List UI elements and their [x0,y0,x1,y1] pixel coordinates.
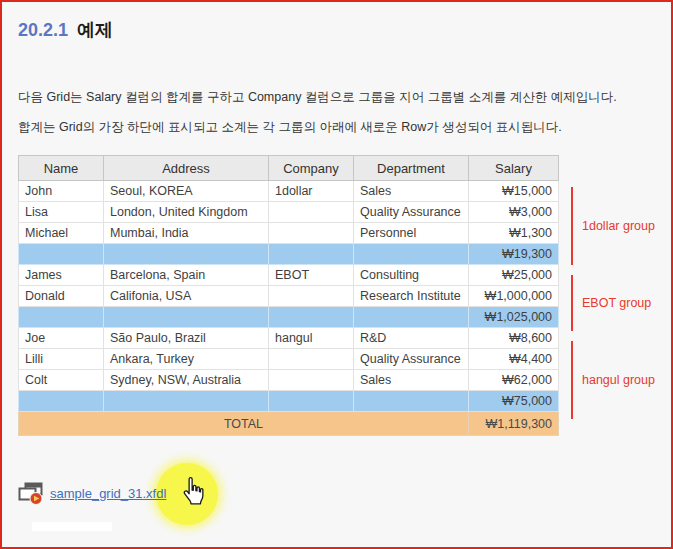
grid-cell [269,349,354,370]
column-header-department: Department [354,156,469,181]
grid-cell: Lisa [19,202,104,223]
grid-cell: Seoul, KOREA [104,181,269,202]
grid-header: NameAddressCompanyDepartmentSalary [19,156,559,181]
grid-cell: R&D [354,328,469,349]
grid-cell: ₩19,300 [469,244,559,265]
column-header-name: Name [19,156,104,181]
grid-cell [354,391,469,412]
group-bracket-1: 1dollar group [569,182,673,270]
group-bracket-3: hangul group [569,336,673,424]
grid-cell: ₩4,400 [469,349,559,370]
grid-cell: Donald [19,286,104,307]
subtotal-row: ₩75,000 [19,391,559,412]
table-row: DonaldCalifonia, USAResearch Institute₩1… [19,286,559,307]
table-row: MichaelMumbai, IndiaPersonnel₩1,300 [19,223,559,244]
grid-cell: ₩3,000 [469,202,559,223]
grid-cell: Mumbai, India [104,223,269,244]
grid-cell: Quality Assurance [354,349,469,370]
grid-cell: ₩1,000,000 [469,286,559,307]
group-annotations: 1dollar groupEBOT grouphangul group [569,182,673,436]
grid-cell: ₩62,000 [469,370,559,391]
grid-cell [269,202,354,223]
bracket-line [571,187,573,265]
grid-cell: ₩25,000 [469,265,559,286]
description: 다음 Grid는 Salary 컬럼의 합계를 구하고 Company 컬럼으로… [18,82,671,142]
column-header-company: Company [269,156,354,181]
sample-file-link[interactable]: sample_grid_31.xfdl [50,486,166,501]
grid-cell [354,307,469,328]
grid-cell: London, United Kingdom [104,202,269,223]
grid-cell: Sydney, NSW, Australia [104,370,269,391]
grid-cell: Califonia, USA [104,286,269,307]
grid-cell: Sales [354,181,469,202]
grid-cell: ₩15,000 [469,181,559,202]
grid-cell: ₩75,000 [469,391,559,412]
table-row: JohnSeoul, KOREA1dollarSales₩15,000 [19,181,559,202]
subtotal-row: ₩19,300 [19,244,559,265]
grid-cell [354,244,469,265]
column-header-salary: Salary [469,156,559,181]
grid-cell [269,307,354,328]
table-row: LilliAnkara, TurkeyQuality Assurance₩4,4… [19,349,559,370]
grid-cell [104,307,269,328]
section-title: 예제 [77,20,113,40]
grid-cell [269,286,354,307]
description-line-2: 합계는 Grid의 가장 하단에 표시되고 소계는 각 그룹의 아래에 새로운 … [18,112,671,142]
grid-cell: John [19,181,104,202]
grid-cell: ₩1,025,000 [469,307,559,328]
table-row: LisaLondon, United KingdomQuality Assura… [19,202,559,223]
total-value: ₩1,119,300 [469,412,559,436]
group-label: 1dollar group [582,219,655,233]
grid-cell: Sales [354,370,469,391]
grid-cell [104,391,269,412]
table-row: JamesBarcelona, SpainEBOTConsulting₩25,0… [19,265,559,286]
hand-cursor-icon [176,475,208,513]
grid-cell [104,244,269,265]
grid-cell: EBOT [269,265,354,286]
salary-grid: NameAddressCompanyDepartmentSalary JohnS… [18,155,559,436]
grid-cell [19,391,104,412]
grid-cell [19,307,104,328]
grid-cell: Ankara, Turkey [104,349,269,370]
grid-cell: Joe [19,328,104,349]
grid-cell: ₩8,600 [469,328,559,349]
table-row: ColtSydney, NSW, AustraliaSales₩62,000 [19,370,559,391]
bracket-line [571,341,573,419]
grid-cell: Consulting [354,265,469,286]
status-popup-remnant [32,522,112,531]
sample-link-row: sample_grid_31.xfdl [18,472,418,514]
subtotal-row: ₩1,025,000 [19,307,559,328]
grid-cell [19,244,104,265]
grid-cell: James [19,265,104,286]
page: 20.2.1예제 다음 Grid는 Salary 컬럼의 합계를 구하고 Com… [2,2,671,514]
grid-cell: ₩1,300 [469,223,559,244]
run-sample-icon[interactable] [18,481,44,506]
grid-area: NameAddressCompanyDepartmentSalary JohnS… [18,155,671,436]
table-row: JoeSão Paulo, BrazilhangulR&D₩8,600 [19,328,559,349]
grid-cell: 1dollar [269,181,354,202]
bracket-line [571,275,573,331]
grid-cell [269,370,354,391]
grid-cell: Research Institute [354,286,469,307]
group-label: EBOT group [582,296,651,310]
grid-body: JohnSeoul, KOREA1dollarSales₩15,000LisaL… [19,181,559,436]
section-number: 20.2.1 [18,20,68,40]
grid-cell: Quality Assurance [354,202,469,223]
group-bracket-2: EBOT group [569,270,673,336]
grid-cell [269,391,354,412]
grid-cell [269,223,354,244]
grid-cell [269,244,354,265]
grid-cell: Colt [19,370,104,391]
grid-cell: Personnel [354,223,469,244]
grid-cell: Michael [19,223,104,244]
grid-cell: hangul [269,328,354,349]
grid-cell: São Paulo, Brazil [104,328,269,349]
grid-cell: Lilli [19,349,104,370]
total-row: TOTAL₩1,119,300 [19,412,559,436]
grid-cell: Barcelona, Spain [104,265,269,286]
page-title: 20.2.1예제 [18,18,671,42]
total-label: TOTAL [19,412,469,436]
group-label: hangul group [582,373,655,387]
column-header-address: Address [104,156,269,181]
description-line-1: 다음 Grid는 Salary 컬럼의 합계를 구하고 Company 컬럼으로… [18,82,671,112]
